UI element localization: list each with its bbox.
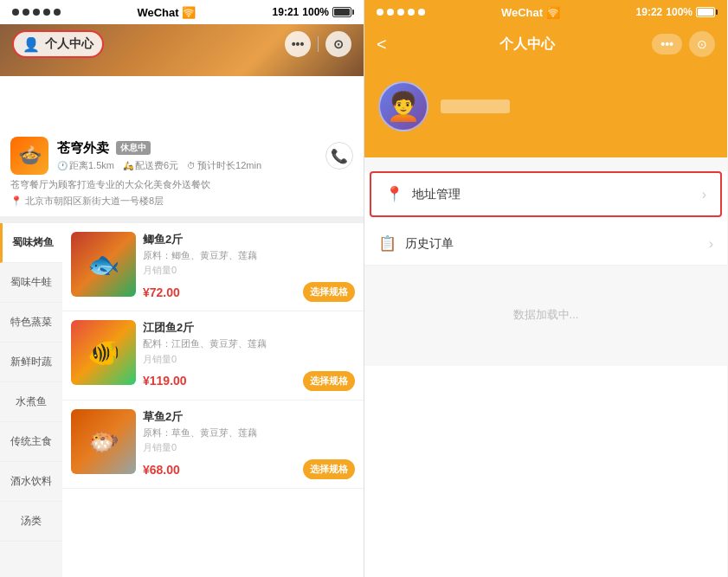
menu-item-2-select-btn[interactable]: 选择规格 — [303, 459, 355, 479]
nav-divider — [318, 36, 319, 52]
location-button[interactable]: ⊙ — [325, 31, 351, 57]
right-more-button[interactable]: ••• — [652, 34, 682, 54]
menu-item-2-price-row: ¥68.00 选择规格 — [143, 459, 355, 479]
menu-item-2-image: 🐡 — [71, 409, 136, 474]
right-app-name: WeChat — [501, 6, 543, 19]
menu-item-1-price-row: ¥119.00 选择规格 — [143, 371, 355, 391]
delivery-fee: 配送费6元 — [135, 159, 178, 172]
profile-hero: 🧑‍🦱 — [364, 64, 727, 157]
right-time: 19:22 — [636, 6, 663, 18]
menu-item-0: 🐟 鲫鱼2斤 原料：鲫鱼、黄豆芽、莲藕 月销量0 ¥72.00 选择规格 — [62, 223, 364, 311]
menu-item-0-image: 🐟 — [71, 232, 136, 297]
target-icon: ⊙ — [333, 37, 344, 51]
nav-actions: ••• ⊙ — [285, 31, 351, 57]
right-battery-icon — [696, 7, 715, 17]
menu-item-2-sales: 月销量0 — [143, 441, 355, 454]
profile-name-block — [441, 99, 510, 113]
right-signal-dots — [377, 9, 425, 16]
right-target-button[interactable]: ⊙ — [689, 31, 715, 57]
left-wifi-icon: 🛜 — [182, 6, 196, 19]
menu-items-list: 🐟 鲫鱼2斤 原料：鲫鱼、黄豆芽、莲藕 月销量0 ¥72.00 选择规格 — [62, 223, 364, 577]
right-status-center: WeChat 🛜 — [501, 6, 560, 19]
category-item-4[interactable]: 水煮鱼 — [0, 382, 62, 422]
loading-text: 数据加载中... — [513, 308, 579, 321]
orders-label: 历史订单 — [405, 236, 709, 252]
menu-item-1-detail: 江团鱼2斤 配料：江团鱼、黄豆芽、莲藕 月销量0 ¥119.00 选择规格 — [143, 320, 355, 390]
store-meta: 🕐 距离1.5km 🛵 配送费6元 ⏱ 预计时长12min — [57, 159, 317, 172]
right-phone: WeChat 🛜 19:22 100% < 个人中心 ••• ⊙ 🧑‍ — [364, 0, 727, 577]
left-app-name: WeChat — [137, 6, 178, 19]
pin-icon: 📍 — [10, 196, 23, 207]
orders-icon: 📋 — [378, 234, 396, 253]
menu-item-0-price: ¥72.00 — [143, 285, 180, 299]
right-menu-section: 📍 地址管理 › 📋 历史订单 › — [364, 171, 727, 266]
delivery-item: 🛵 配送费6元 — [123, 159, 178, 172]
menu-item-0-desc: 原料：鲫鱼、黄豆芽、莲藕 — [143, 249, 355, 262]
est-time: 预计时长12min — [197, 159, 261, 172]
menu-item-2: 🐡 草鱼2斤 原料：草鱼、黄豆芽、莲藕 月销量0 ¥68.00 选择规格 — [62, 401, 364, 489]
address-text: 北京市朝阳区新街大道一号楼8层 — [25, 195, 164, 208]
store-card: 🍲 苍穹外卖 休息中 🕐 距离1.5km 🛵 配送费6元 — [0, 128, 364, 223]
dot4 — [43, 9, 50, 16]
address-icon: 📍 — [385, 185, 403, 203]
store-logo-emoji: 🍲 — [18, 144, 42, 167]
menu-item-1-image: 🐠 — [71, 320, 136, 385]
back-button[interactable]: < — [377, 35, 403, 54]
r-dot4 — [408, 9, 415, 16]
dot1 — [12, 9, 19, 16]
category-item-5[interactable]: 传统主食 — [0, 422, 62, 462]
menu-item-0-select-btn[interactable]: 选择规格 — [303, 282, 355, 302]
dot5 — [54, 9, 61, 16]
phone-button[interactable]: 📞 — [325, 142, 353, 170]
history-orders-row[interactable]: 📋 历史订单 › — [364, 222, 727, 266]
address-label: 地址管理 — [412, 187, 702, 202]
store-status: 休息中 — [116, 141, 151, 155]
category-item-2[interactable]: 特色蒸菜 — [0, 303, 62, 343]
address-management-row[interactable]: 📍 地址管理 › — [371, 173, 720, 215]
r-dot1 — [377, 9, 383, 16]
menu-item-1-select-btn[interactable]: 选择规格 — [303, 371, 355, 391]
left-time: 19:21 — [273, 6, 300, 18]
left-battery-icon — [332, 7, 351, 17]
r-dot2 — [387, 9, 394, 16]
store-desc: 苍穹餐厅为顾客打造专业的大众化美食外送餐饮 — [10, 178, 353, 191]
personal-center-button[interactable]: 👤 个人中心 — [12, 30, 104, 58]
left-battery-pct: 100% — [302, 6, 329, 18]
avatar-image: 🧑‍🦱 — [386, 90, 421, 123]
menu-item-1-name: 江团鱼2斤 — [143, 320, 355, 336]
right-nav-title: 个人中心 — [499, 35, 555, 54]
left-status-center: WeChat 🛜 — [137, 6, 196, 19]
right-content: 📍 地址管理 › 📋 历史订单 › 数据加载中... — [364, 157, 727, 366]
distance-item: 🕐 距离1.5km — [57, 159, 114, 172]
battery-fill — [334, 9, 350, 16]
right-wifi-icon: 🛜 — [546, 6, 560, 19]
store-info: 苍穹外卖 休息中 🕐 距离1.5km 🛵 配送费6元 ⏱ 预计时长12min — [57, 140, 317, 172]
menu-item-2-name: 草鱼2斤 — [143, 409, 355, 425]
time-item: ⏱ 预计时长12min — [187, 159, 261, 172]
signal-dots — [12, 9, 61, 16]
right-battery-pct: 100% — [666, 6, 693, 18]
menu-item-1: 🐠 江团鱼2斤 配料：江团鱼、黄豆芽、莲藕 月销量0 ¥119.00 选择规格 — [62, 311, 364, 400]
menu-item-1-sales: 月销量0 — [143, 353, 355, 366]
clock-icon: 🕐 — [57, 161, 68, 170]
time-icon: ⏱ — [187, 161, 196, 170]
loading-indicator: 数据加载中... — [364, 272, 727, 357]
right-status-right: 19:22 100% — [636, 6, 715, 18]
menu-item-0-sales: 月销量0 — [143, 264, 355, 277]
menu-item-0-price-row: ¥72.00 选择规格 — [143, 282, 355, 302]
category-item-3[interactable]: 新鲜时蔬 — [0, 343, 62, 382]
category-item-6[interactable]: 酒水饮料 — [0, 462, 62, 502]
right-status-bar: WeChat 🛜 19:22 100% — [364, 0, 727, 24]
right-nav-bar: < 个人中心 ••• ⊙ — [364, 24, 727, 64]
more-button[interactable]: ••• — [285, 31, 311, 57]
menu-item-1-price: ¥119.00 — [143, 374, 187, 388]
dot3 — [33, 9, 40, 16]
profile-name-blur — [441, 99, 510, 113]
left-status-right: 19:21 100% — [273, 6, 351, 18]
category-item-1[interactable]: 蜀味牛蛙 — [0, 263, 62, 303]
menu-item-2-detail: 草鱼2斤 原料：草鱼、黄豆芽、莲藕 月销量0 ¥68.00 选择规格 — [143, 409, 355, 479]
store-header: 🍲 苍穹外卖 休息中 🕐 距离1.5km 🛵 配送费6元 — [10, 137, 353, 175]
menu-item-0-name: 鲫鱼2斤 — [143, 232, 355, 247]
category-item-7[interactable]: 汤类 — [0, 502, 62, 542]
category-item-0[interactable]: 蜀味烤鱼 — [0, 223, 62, 263]
